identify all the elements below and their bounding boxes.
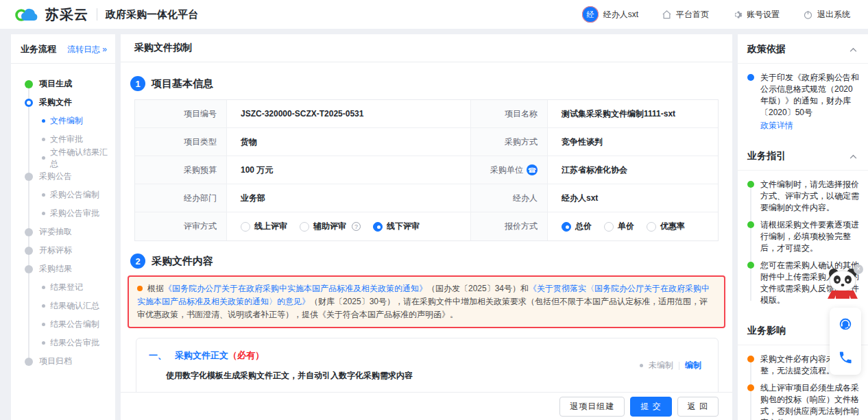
impact-item: 线上评审项目必须生成各采购包的投标（响应）文件格式，否则供应商无法制作响应文件。: [747, 382, 860, 420]
substep-result-confirm-summary[interactable]: 结果确认汇总: [25, 297, 115, 315]
step-dot-current: [25, 99, 33, 107]
hotline-button[interactable]: [838, 350, 853, 365]
step-label: 采购结果: [39, 263, 72, 275]
brand-divider: [97, 8, 97, 21]
nav-logout-label: 退出系统: [817, 9, 850, 21]
substep-label: 结果登记: [50, 282, 83, 293]
substep-notice-approval[interactable]: 采购公告审批: [25, 204, 115, 223]
chevron-up-icon[interactable]: [849, 47, 857, 52]
panda-mascot[interactable]: ×: [825, 267, 860, 304]
radio-online-review[interactable]: 线上评审: [241, 221, 287, 232]
impact-dot: [747, 384, 754, 391]
telephone-icon: [838, 350, 853, 365]
flow-log-link[interactable]: 流转日志 »: [67, 44, 107, 55]
action-footer: 退项目组建 提 交 返 回: [121, 392, 732, 420]
dept-label: 经办部门: [135, 184, 227, 212]
radio-total-price[interactable]: 总价: [562, 221, 592, 232]
nav-logout[interactable]: 退出系统: [803, 9, 850, 21]
home-icon: [662, 10, 672, 20]
doc-item-index: 一、: [149, 349, 167, 362]
substep-notice-compile[interactable]: 采购公告编制: [25, 186, 115, 204]
avatar[interactable]: 经: [582, 6, 599, 23]
customer-service-icon: [838, 317, 853, 332]
method-label: 采购方式: [471, 128, 548, 156]
edit-main-text-button[interactable]: 编制: [685, 360, 701, 371]
status-dot: [640, 364, 643, 367]
unit-value: 江苏省标准化协会: [548, 156, 718, 184]
radio-assisted-review[interactable]: 辅助评审?: [300, 221, 361, 232]
section2-title: 采购文件内容: [152, 255, 213, 268]
policy-basis-title: 政策依据: [747, 43, 786, 55]
radio-dot: [300, 222, 309, 232]
quit-project-button[interactable]: 退项目组建: [559, 397, 625, 417]
radio-dot: [604, 222, 614, 232]
notice-text: （国办发〔2025〕34号）和: [427, 284, 529, 293]
radio-dot: [562, 222, 571, 232]
power-icon: [803, 10, 813, 20]
user-menu[interactable]: 经 经办人sxt: [582, 6, 638, 23]
substep-bullet: [42, 193, 45, 197]
nav-home[interactable]: 平台首页: [662, 9, 709, 21]
substep-doc-compile[interactable]: 文件编制: [25, 112, 115, 130]
radio-discount-rate[interactable]: 优惠率: [647, 221, 685, 232]
radio-unit-price[interactable]: 单价: [604, 221, 634, 232]
substep-label: 采购公告编制: [50, 189, 99, 201]
nav-settings[interactable]: 账号设置: [732, 9, 780, 21]
policy-dot: [747, 74, 754, 81]
chevron-up-icon[interactable]: [849, 154, 857, 159]
substep-label: 文件编制: [50, 115, 83, 127]
customer-service-button[interactable]: [838, 317, 853, 332]
project-type-value: 货物: [227, 128, 471, 156]
top-bar: 苏采云 政府采购一体化平台 经 经办人sxt 平台首页 账号设置 退出系统: [0, 0, 868, 29]
radio-label: 线上评审: [254, 221, 287, 232]
radio-offline-review[interactable]: 线下评审: [373, 221, 420, 232]
substep-bullet: [42, 304, 45, 308]
submit-button[interactable]: 提 交: [630, 397, 671, 417]
project-type-label: 项目类型: [135, 128, 227, 156]
workflow-header: 业务流程 流转日志 »: [11, 34, 115, 64]
project-no-value: JSZC-320000-SCZX-T2025-0531: [227, 100, 471, 128]
step-dot: [25, 247, 33, 255]
step-label: 评委抽取: [39, 226, 72, 238]
substep-result-register[interactable]: 结果登记: [25, 278, 115, 297]
app-title: 政府采购一体化平台: [106, 8, 198, 21]
question-circle-icon[interactable]: ?: [352, 222, 361, 231]
substep-label: 文件审批: [50, 134, 83, 145]
guide-dot: [747, 181, 754, 188]
workflow-title: 业务流程: [21, 43, 56, 55]
guide-dot: [747, 221, 754, 228]
status-badge: 未编制: [649, 360, 673, 371]
step-dot: [25, 265, 33, 273]
policy-detail-link[interactable]: 政策详情: [760, 120, 793, 132]
notice-link-1[interactable]: 《国务院办公厅关于在政府采购中实施本国产品标准及相关政策的通知》: [164, 284, 427, 293]
substep-label: 文件确认结果汇总: [50, 147, 115, 170]
step-label: 项目生成: [39, 78, 72, 90]
dept-value: 业务部: [227, 184, 471, 212]
substep-doc-confirm-summary[interactable]: 文件确认结果汇总: [25, 149, 115, 167]
step-dot-done: [25, 80, 33, 88]
logo-text: 苏采云: [45, 5, 88, 24]
close-icon[interactable]: ×: [854, 264, 863, 274]
project-name-value: 测试集采采购文件编制1111-sxt: [548, 100, 718, 128]
step-project-archive: 项目归档: [25, 352, 115, 371]
substep-label: 采购公告审批: [50, 208, 99, 219]
phone-icon[interactable]: ☎: [527, 164, 538, 175]
radio-dot: [241, 222, 250, 232]
substep-result-notice-compile[interactable]: 结果公告编制: [25, 315, 115, 334]
radio-label: 优惠率: [660, 221, 685, 232]
guide-dot: [747, 262, 754, 269]
step-dot: [25, 358, 33, 366]
top-nav: 经 经办人sxt 平台首页 账号设置 退出系统: [582, 6, 850, 23]
section1-title: 项目基本信息: [152, 77, 213, 90]
substep-bullet: [42, 212, 45, 215]
back-button[interactable]: 返 回: [677, 397, 719, 417]
method-value: 竞争性谈判: [548, 128, 718, 156]
info-sidebar: 政策依据 关于印发《政府采购公告和公示信息格式规范（2020年版）》的通知，财办…: [738, 34, 868, 420]
doc-item-main-text: 一、 采购文件正文（必有） 使用数字化模板生成采购文件正文，并自动引入数字化采购…: [136, 338, 718, 392]
notice-text: 根据: [147, 284, 164, 293]
policy-item: 关于印发《政府采购公告和公示信息格式规范（2020年版）》的通知，财办库〔202…: [747, 72, 860, 132]
substep-result-notice-approval[interactable]: 结果公告审批: [25, 334, 115, 352]
substep-label: 结果确认汇总: [50, 300, 99, 312]
step-project-created: 项目生成: [25, 75, 115, 93]
doc-item-title: 采购文件正文: [175, 350, 228, 360]
